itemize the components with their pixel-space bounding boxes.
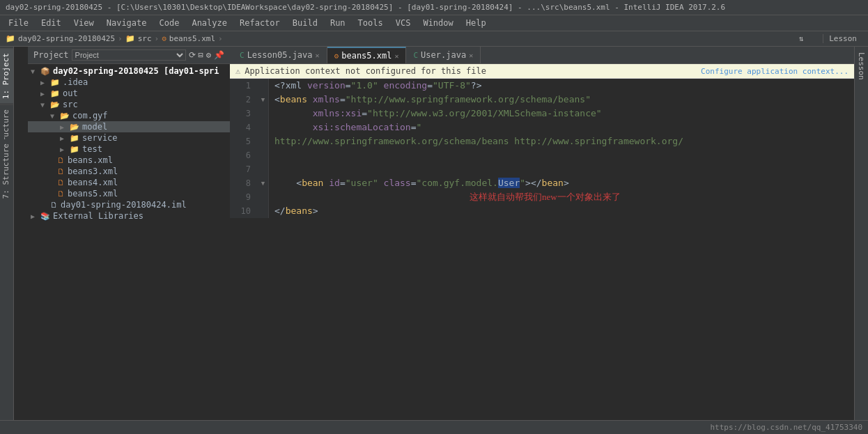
breadcrumb-file[interactable]: beans5.xml bbox=[169, 34, 215, 43]
menu-item-vcs[interactable]: VCS bbox=[390, 17, 417, 29]
line-content-2: <beans xmlns="http://www.springframework… bbox=[269, 93, 854, 107]
breadcrumb-right-action[interactable]: ⇅ bbox=[799, 34, 804, 43]
settings-icon[interactable]: ⚙ bbox=[206, 50, 211, 60]
iml-icon: 🗋 bbox=[50, 201, 58, 210]
line-content-6 bbox=[269, 148, 854, 162]
menu-item-analyze[interactable]: Analyze bbox=[186, 17, 233, 29]
tree-item-comgyf[interactable]: ▼ 📂 com.gyf bbox=[28, 110, 230, 121]
tree-item-beans4-xml[interactable]: 🗋 beans4.xml bbox=[28, 177, 230, 188]
expand-arrow-out[interactable]: ▶ bbox=[40, 90, 49, 98]
gutter-9 bbox=[258, 190, 269, 204]
expand-arrow-service[interactable]: ▶ bbox=[60, 134, 68, 142]
tab-label-beans5: beans5.xml bbox=[341, 51, 392, 61]
expand-arrow-src[interactable]: ▼ bbox=[40, 101, 49, 109]
tab-label-lesson05: Lesson05.java bbox=[247, 50, 313, 60]
ext-libs-label: External Libraries bbox=[53, 211, 144, 221]
right-lesson-tab[interactable]: Lesson bbox=[855, 49, 867, 83]
menu-item-build[interactable]: Build bbox=[287, 17, 323, 29]
tree-item-idea[interactable]: ▶ 📁 .idea bbox=[28, 77, 230, 88]
breadcrumb-project[interactable]: day02-spring-20180425 bbox=[18, 34, 115, 43]
code-line-4: 4 xsi:schemaLocation=" bbox=[230, 121, 854, 134]
folder-icon: 📁 bbox=[6, 34, 15, 43]
warning-icon: ⚠ bbox=[235, 66, 240, 76]
fold-8[interactable]: ▼ bbox=[261, 176, 265, 190]
expand-arrow-ext[interactable]: ▶ bbox=[31, 212, 39, 220]
tab-close-lesson05[interactable]: ✕ bbox=[316, 52, 320, 59]
structure-tab-btn[interactable]: 7: Structure bbox=[0, 139, 12, 203]
pin-icon[interactable]: 📌 bbox=[214, 50, 224, 60]
menu-item-view[interactable]: View bbox=[68, 17, 100, 29]
project-tab[interactable]: 1: Project bbox=[0, 48, 13, 103]
tree-item-beans-xml[interactable]: 🗋 beans.xml bbox=[28, 155, 230, 166]
comgyf-label: com.gyf bbox=[72, 111, 108, 121]
tree-item-iml[interactable]: 🗋 day01-spring-20180424.iml bbox=[28, 199, 230, 210]
right-side-panel: Lesson bbox=[854, 47, 868, 422]
expand-arrow-root[interactable]: ▼ bbox=[31, 68, 39, 75]
beans5-xml-label: beans5.xml bbox=[68, 189, 118, 199]
xml-icon-beans5: 🗋 bbox=[57, 189, 65, 199]
warning-bar: ⚠ Application context not configured for… bbox=[230, 64, 854, 79]
menu-item-run[interactable]: Run bbox=[325, 17, 351, 29]
java-icon-user: C bbox=[413, 51, 418, 60]
code-line-6: 6 bbox=[230, 148, 854, 162]
iml-label: day01-spring-20180424.iml bbox=[61, 200, 187, 210]
sync-icon[interactable]: ⟳ bbox=[189, 50, 196, 60]
tab-user[interactable]: C User.java ✕ bbox=[406, 47, 481, 63]
warning-action[interactable]: Configure application context... bbox=[701, 67, 848, 76]
code-line-9: 9 这样就自动帮我们new一个对象出来了 bbox=[230, 190, 854, 204]
tree-item-beans5-xml[interactable]: 🗋 beans5.xml bbox=[28, 188, 230, 199]
expand-arrow-idea[interactable]: ▶ bbox=[40, 79, 49, 86]
editor-content[interactable]: 1 <?xml version="1.0" encoding="UTF-8"?>… bbox=[230, 79, 854, 422]
line-num-9: 9 bbox=[230, 190, 258, 204]
fold-2[interactable]: ▼ bbox=[261, 93, 265, 107]
main-layout: 1: Project Structure Project Project ⟳ ⊟… bbox=[0, 47, 868, 422]
breadcrumb-src[interactable]: src bbox=[138, 34, 152, 43]
tab-close-user[interactable]: ✕ bbox=[469, 52, 473, 59]
menu-item-tools[interactable]: Tools bbox=[352, 17, 389, 29]
xml-icon-tab-beans5: ⚙ bbox=[334, 52, 339, 61]
code-line-8: 8 ▼ <bean id="user" class="com.gyf.model… bbox=[230, 176, 854, 190]
lesson-tab[interactable]: Lesson bbox=[823, 34, 862, 43]
menu-item-window[interactable]: Window bbox=[417, 17, 458, 29]
line-num-8: 8 bbox=[230, 176, 258, 190]
folder-icon-model: 📂 bbox=[70, 123, 79, 132]
tree-item-ext-libs[interactable]: ▶ 📚 External Libraries bbox=[28, 210, 230, 222]
project-dropdown[interactable]: Project bbox=[72, 49, 186, 61]
menu-item-code[interactable]: Code bbox=[154, 17, 185, 29]
src-label: src bbox=[63, 100, 78, 109]
expand-arrow-model[interactable]: ▶ bbox=[60, 123, 68, 131]
menu-item-file[interactable]: File bbox=[3, 17, 34, 29]
breadcrumb: 📁 day02-spring-20180425 › 📁 src › ⚙ bean… bbox=[0, 31, 868, 47]
tree-item-out[interactable]: ▶ 📁 out bbox=[28, 88, 230, 99]
title-text: day02-spring-20180425 - [C:\Users\10301\… bbox=[6, 3, 725, 12]
tab-beans5[interactable]: ⚙ beans5.xml ✕ bbox=[327, 47, 407, 63]
folder-icon-out: 📁 bbox=[50, 89, 60, 98]
menu-item-edit[interactable]: Edit bbox=[36, 17, 67, 29]
line-num-3: 3 bbox=[230, 107, 258, 121]
expand-arrow-test[interactable]: ▶ bbox=[60, 146, 68, 153]
tab-close-beans5[interactable]: ✕ bbox=[394, 52, 398, 60]
gutter-10 bbox=[258, 204, 269, 218]
line-content-1: <?xml version="1.0" encoding="UTF-8"?> bbox=[269, 79, 854, 93]
menu-item-help[interactable]: Help bbox=[460, 17, 492, 29]
xml-icon: ⚙ bbox=[162, 34, 166, 43]
menu-item-navigate[interactable]: Navigate bbox=[101, 17, 153, 29]
menu-item-refactor[interactable]: Refactor bbox=[234, 17, 286, 29]
tab-lesson05[interactable]: C Lesson05.java ✕ bbox=[233, 47, 327, 63]
gutter-5 bbox=[258, 134, 269, 148]
tree-item-beans3-xml[interactable]: 🗋 beans3.xml bbox=[28, 166, 230, 177]
tree-item-service[interactable]: ▶ 📁 service bbox=[28, 132, 230, 144]
folder-icon-src: 📂 bbox=[50, 100, 60, 109]
editor-area: C Lesson05.java ✕ ⚙ beans5.xml ✕ C User.… bbox=[230, 47, 854, 422]
test-label: test bbox=[82, 144, 102, 154]
title-bar: day02-spring-20180425 - [C:\Users\10301\… bbox=[0, 0, 868, 15]
expand-arrow-comgyf[interactable]: ▼ bbox=[50, 112, 59, 120]
tree-item-model[interactable]: ▶ 📂 model bbox=[28, 121, 230, 132]
menu-bar: FileEditViewNavigateCodeAnalyzeRefactorB… bbox=[0, 15, 868, 31]
collapse-icon[interactable]: ⊟ bbox=[199, 50, 203, 60]
tree-item-root[interactable]: ▼ 📦 day02-spring-20180425 [day01-spri bbox=[28, 65, 230, 77]
tab-label-user: User.java bbox=[421, 50, 466, 60]
tree-item-src[interactable]: ▼ 📂 src bbox=[28, 99, 230, 110]
tree-item-test[interactable]: ▶ 📁 test bbox=[28, 144, 230, 155]
gutter-3 bbox=[258, 107, 269, 121]
